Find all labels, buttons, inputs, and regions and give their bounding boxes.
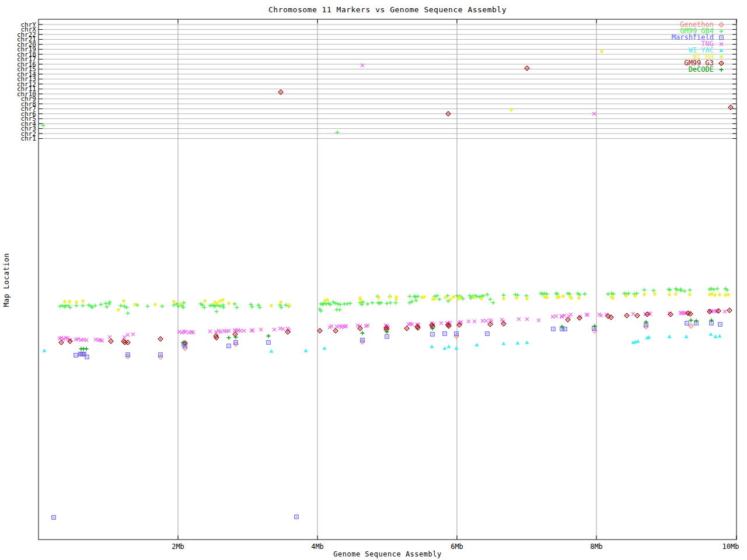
marker-tng — [473, 320, 476, 323]
marker-marshfield — [443, 332, 446, 335]
marker-tng — [85, 338, 88, 342]
marker-marshfield — [486, 332, 489, 335]
marker-gm99gb4 — [99, 303, 103, 307]
marker-marshfield — [385, 335, 389, 338]
marker-wiyac — [42, 349, 46, 352]
marker-tng — [287, 328, 291, 332]
marker-wirh — [674, 292, 678, 296]
marker-wirh — [75, 300, 79, 304]
marker-decode — [644, 320, 648, 324]
marker-tng — [490, 320, 493, 323]
marker-tng — [242, 329, 246, 332]
marker-wiyac — [454, 346, 458, 350]
marker-wirh — [63, 300, 67, 304]
marker-gm99gb4 — [488, 298, 493, 302]
marker-tng — [208, 330, 212, 333]
marker-decode — [710, 318, 714, 323]
gridlines — [39, 20, 736, 539]
marker-gm99g3 — [233, 332, 238, 337]
marker-gm99gb4 — [435, 294, 439, 298]
marker-gm99gb4 — [606, 292, 610, 296]
marker-marshfield — [551, 327, 555, 331]
marker-wirh — [81, 299, 85, 303]
marker-wiyac — [269, 349, 273, 353]
marker-gm99g3 — [59, 340, 64, 345]
marker-tng — [259, 328, 263, 331]
marker-wirh — [279, 300, 283, 304]
marker-decode — [267, 334, 271, 338]
marker-wirh — [727, 293, 731, 297]
marker-tng — [126, 333, 130, 337]
marker-tng — [123, 335, 126, 339]
marker-wirh — [133, 303, 137, 307]
marker-wirh — [172, 300, 176, 304]
marker-tng — [131, 332, 135, 336]
marker-wirh — [270, 304, 274, 308]
marker-decode — [227, 336, 231, 340]
marker-tng — [439, 321, 443, 325]
marker-wirh — [227, 302, 231, 306]
marker-wirh — [117, 308, 121, 312]
marker-tng — [517, 317, 521, 321]
marker-tng — [481, 319, 484, 323]
marker-wiyac — [446, 345, 451, 348]
y-axis-label-chr1: chr1 — [0, 136, 36, 141]
marker-gm99gb4 — [146, 304, 150, 309]
marker-decode — [560, 325, 564, 329]
marker-wirh — [452, 295, 456, 299]
marker-wirh — [561, 295, 566, 299]
marker-tng — [537, 318, 540, 322]
marker-gm99gb4 — [491, 301, 495, 305]
marker-marshfield — [74, 354, 78, 357]
marker-marshfield — [267, 341, 270, 344]
marker-decode — [85, 347, 89, 351]
marker-gm99gb4 — [514, 293, 518, 297]
marker-wirh — [388, 295, 392, 299]
plot-frame — [39, 19, 736, 540]
marker-wirh — [122, 299, 126, 303]
marker-tng — [330, 324, 333, 328]
marker-wirh — [718, 293, 722, 297]
marker-wirh — [68, 300, 72, 304]
marker-marshfield — [295, 515, 298, 519]
marker-genethon — [689, 324, 693, 328]
marker-gm99g3 — [727, 308, 732, 313]
marker-gm99gb4 — [414, 299, 418, 303]
marker-gm99gb4 — [683, 289, 687, 293]
marker-gm99gb4 — [389, 301, 393, 305]
marker-wirh — [153, 303, 158, 307]
marker-tng — [631, 312, 635, 316]
marker-decode — [694, 319, 699, 323]
marker-gm99gb4 — [712, 288, 716, 292]
marker-gm99g3 — [525, 66, 529, 71]
marker-gm99gb4 — [416, 295, 420, 299]
marker-wirh — [724, 293, 728, 298]
marker-tng — [273, 328, 276, 331]
marker-marshfield — [592, 327, 596, 330]
marker-tng — [281, 327, 285, 331]
marker-gm99gb4 — [41, 124, 46, 128]
marker-tng — [569, 313, 573, 316]
marker-gm99gb4 — [643, 288, 647, 292]
marker-wirh — [203, 299, 207, 303]
marker-tng — [484, 319, 488, 323]
legend-label-decode: DeCODE — [689, 66, 714, 73]
marker-gm99gb4 — [652, 289, 656, 293]
marker-gm99g3 — [123, 340, 127, 345]
marker-gm99gb4 — [119, 304, 123, 308]
legend-entry-marshfield: Marshfield — [672, 34, 725, 41]
legend-marker-wiyac-icon — [718, 47, 725, 54]
marker-gm99g3 — [109, 339, 113, 344]
marker-gm99gb4 — [525, 294, 529, 298]
marker-tng — [467, 320, 470, 323]
marker-gm99g3 — [158, 337, 163, 341]
marker-gm99g3 — [125, 340, 130, 345]
marker-gm99gb4 — [75, 304, 79, 308]
legend-entry-decode: DeCODE — [672, 66, 725, 73]
marker-wiyac — [667, 335, 671, 338]
marker-marshfield — [52, 516, 55, 519]
x-tick-label-8mb: 8Mb — [579, 542, 614, 551]
marker-marshfield — [431, 332, 434, 336]
marker-wiyac — [501, 342, 505, 345]
marker-gm99g3 — [333, 328, 338, 333]
